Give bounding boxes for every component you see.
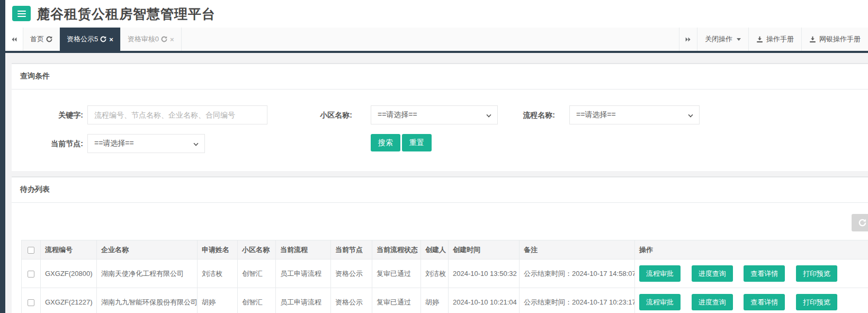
refresh-icon[interactable] (46, 36, 52, 42)
close-tab-icon[interactable]: × (170, 36, 174, 43)
tab-label: 资格审核0 (128, 34, 159, 44)
col-header-applicant: 申请姓名 (198, 240, 238, 260)
refresh-icon[interactable] (100, 36, 106, 42)
collapsed-sidebar[interactable] (0, 0, 5, 313)
cell-company: 湖南天使净化工程有限公司 (97, 260, 198, 288)
cell-created: 2024-10-10 13:50:32 (449, 260, 520, 288)
cell-community: 创智汇 (238, 260, 276, 288)
col-header-process: 当前流程 (276, 240, 331, 260)
node-select[interactable]: ==请选择== (87, 134, 205, 153)
todo-table: 流程编号 企业名称 申请姓名 小区名称 当前流程 当前节点 当前流程状态 创建人… (21, 240, 868, 313)
tab-label: 首页 (30, 34, 44, 44)
tab-qualification-publicity[interactable]: 资格公示5 × (60, 28, 121, 51)
cell-code: GXGZF(21227) (41, 288, 97, 313)
app-title: 麓谷租赁公租房智慧管理平台 (37, 5, 216, 23)
manual-download-button[interactable]: 操作手册 (748, 28, 801, 51)
select-all-checkbox[interactable] (28, 247, 34, 254)
close-operations-label: 关闭操作 (705, 34, 732, 44)
todo-grid-area: 流程编号 企业名称 申请姓名 小区名称 当前流程 当前节点 当前流程状态 创建人… (12, 203, 868, 313)
cell-community: 创智汇 (238, 288, 276, 313)
community-label: 小区名称: (273, 110, 352, 120)
node-select-value: ==请选择== (94, 139, 134, 148)
cell-company: 湖南九九智能环保股份有限公司 (97, 288, 198, 313)
caret-down-icon (737, 38, 741, 41)
tab-label: 资格公示5 (67, 34, 98, 44)
close-tab-icon[interactable]: × (109, 36, 113, 43)
col-header-actions: 操作 (635, 240, 868, 260)
table-row: GXGZF(21227) 湖南九九智能环保股份有限公司 胡婷 创智汇 员工申请流… (22, 288, 868, 313)
view-details-button[interactable]: 查看详情 (744, 265, 785, 282)
col-header-community: 小区名称 (238, 240, 276, 260)
cell-node: 资格公示 (331, 260, 372, 288)
chevron-down-icon (688, 112, 693, 117)
cell-applicant: 胡婷 (198, 288, 238, 313)
menu-toggle-button[interactable] (12, 6, 31, 21)
download-icon (756, 36, 763, 43)
cell-status: 复审已通过 (372, 288, 421, 313)
refresh-table-button[interactable] (852, 214, 868, 231)
cell-code: GXGZF(20800) (41, 260, 97, 288)
cell-creator: 胡婷 (421, 288, 449, 313)
col-header-creator: 创建人 (421, 240, 449, 260)
table-row: GXGZF(20800) 湖南天使净化工程有限公司 刘洁枚 创智汇 员工申请流程… (22, 260, 868, 288)
col-header-created: 创建时间 (449, 240, 520, 260)
cell-status: 复审已通过 (372, 260, 421, 288)
keyword-label: 关键字: (12, 110, 83, 120)
community-select-value: ==请选择== (378, 110, 417, 120)
cell-node: 资格公示 (331, 288, 372, 313)
chevron-down-icon (193, 141, 198, 146)
tab-qualification-review[interactable]: 资格审核0 × (121, 28, 182, 51)
col-header-company: 企业名称 (97, 240, 198, 260)
todo-panel: 待办列表 流程编号 企业名称 申请姓名 小区名称 (12, 176, 868, 313)
search-button[interactable]: 搜索 (371, 134, 400, 151)
bank-manual-download-button[interactable]: 网银操作手册 (801, 28, 868, 51)
reset-button[interactable]: 重置 (402, 134, 432, 151)
refresh-icon[interactable] (161, 36, 167, 42)
hamburger-icon (17, 11, 26, 17)
tab-bar: 首页 资格公示5 × 资格审核0 × 关闭操作 操作手册 网银操作手册 (5, 28, 868, 51)
col-header-node: 当前节点 (331, 240, 372, 260)
cell-actions: 流程审批 进度查询 查看详情 打印预览 (635, 260, 868, 288)
progress-query-button[interactable]: 进度查询 (692, 265, 733, 282)
process-select[interactable]: ==请选择== (569, 105, 700, 124)
cell-process: 员工申请流程 (276, 288, 331, 313)
col-header-code: 流程编号 (41, 240, 97, 260)
tab-home[interactable]: 首页 (23, 28, 60, 51)
cell-process: 员工申请流程 (276, 260, 331, 288)
scroll-tabs-right-button[interactable] (679, 28, 697, 51)
tabbar-divider (5, 51, 868, 53)
tabbar-spacer (182, 28, 679, 51)
keyword-input[interactable] (87, 105, 267, 124)
print-preview-button[interactable]: 打印预览 (796, 265, 837, 282)
cell-remark: 公示结束时间：2024-10-17 10:23:17 (520, 288, 635, 313)
cell-creator: 刘洁枚 (421, 260, 449, 288)
row-checkbox[interactable] (28, 299, 34, 306)
close-operations-dropdown[interactable]: 关闭操作 (697, 28, 748, 51)
table-header-row: 流程编号 企业名称 申请姓名 小区名称 当前流程 当前节点 当前流程状态 创建人… (22, 240, 868, 260)
cell-remark: 公示结束时间：2024-10-17 14:58:07 (520, 260, 635, 288)
process-label: 流程名称: (476, 110, 555, 120)
app-header: 麓谷租赁公租房智慧管理平台 (5, 0, 868, 28)
query-panel: 查询条件 关键字: 小区名称: ==请选择== 流程名称: ==请选择== 当前… (12, 63, 868, 171)
cell-applicant: 刘洁枚 (198, 260, 238, 288)
query-panel-title: 查询条件 (12, 64, 868, 90)
todo-panel-title: 待办列表 (12, 177, 868, 203)
col-header-remark: 备注 (520, 240, 635, 260)
row-checkbox[interactable] (28, 271, 34, 278)
bank-manual-label: 网银操作手册 (819, 34, 861, 44)
progress-query-button[interactable]: 进度查询 (692, 294, 733, 310)
process-select-value: ==请选择== (576, 110, 616, 120)
query-form: 关键字: 小区名称: ==请选择== 流程名称: ==请选择== 当前节点: =… (12, 90, 868, 173)
download-icon (809, 36, 816, 43)
refresh-icon (858, 219, 866, 227)
approve-flow-button[interactable]: 流程审批 (639, 265, 681, 282)
approve-flow-button[interactable]: 流程审批 (639, 294, 681, 310)
col-header-status: 当前流程状态 (372, 240, 421, 260)
print-preview-button[interactable]: 打印预览 (796, 294, 837, 310)
view-details-button[interactable]: 查看详情 (744, 294, 785, 310)
scroll-tabs-left-button[interactable] (5, 28, 23, 51)
manual-label: 操作手册 (766, 34, 794, 44)
double-chevron-left-icon (11, 36, 17, 43)
cell-created: 2024-10-10 10:21:04 (449, 288, 520, 313)
double-chevron-right-icon (685, 36, 692, 43)
